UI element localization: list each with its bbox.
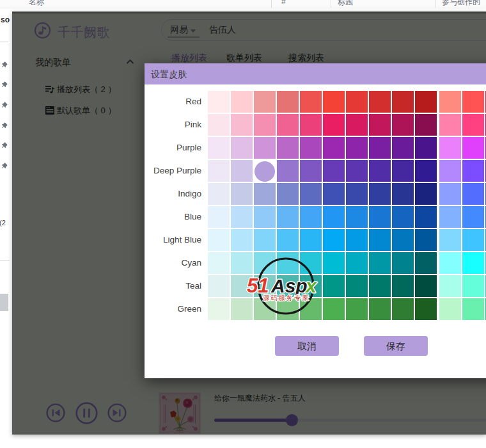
svg-text:源码服务专家: 源码服务专家	[262, 294, 310, 301]
svg-text:Asp: Asp	[270, 275, 308, 296]
svg-text:51: 51	[247, 275, 269, 297]
svg-text:x: x	[304, 275, 317, 296]
